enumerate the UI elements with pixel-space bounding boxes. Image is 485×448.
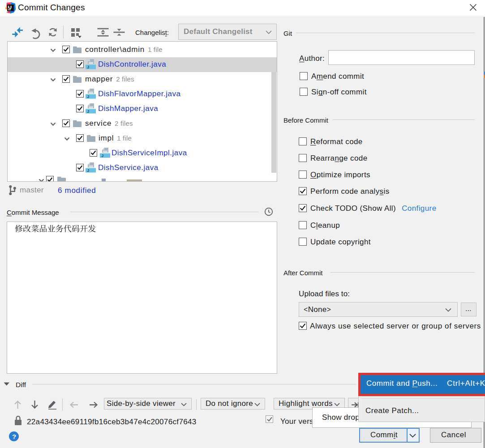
svg-text:?: ?: [12, 433, 16, 440]
svg-text:J: J: [87, 65, 89, 69]
svg-text:J: J: [87, 168, 89, 173]
svg-text:J: J: [101, 154, 103, 158]
svg-text:J: J: [87, 94, 89, 99]
svg-text:J: J: [87, 109, 89, 114]
